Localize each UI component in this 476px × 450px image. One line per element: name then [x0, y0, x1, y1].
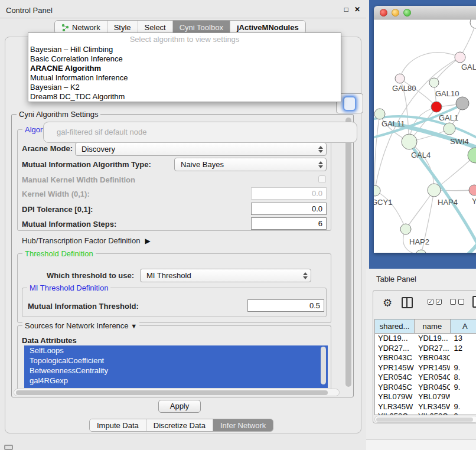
- network-node[interactable]: [428, 184, 441, 197]
- tab-label: Cyni Toolbox: [180, 23, 223, 32]
- table-row[interactable]: YER054CYER054C8.: [375, 373, 476, 383]
- network-edge[interactable]: [375, 191, 406, 229]
- tab-impute-data[interactable]: Impute Data: [90, 419, 146, 431]
- table-horizontal-scrollbar-thumb[interactable]: [376, 418, 473, 422]
- table-row[interactable]: YBL079WYBL079W: [375, 392, 476, 402]
- mi-steps-field[interactable]: 6: [251, 217, 327, 230]
- column-header-name[interactable]: name: [415, 319, 450, 333]
- network-node[interactable]: [395, 74, 405, 83]
- focused-stepper-button[interactable]: [343, 96, 356, 111]
- algorithm-option-aracne-algorithm[interactable]: ARACNE Algorithm: [28, 64, 341, 73]
- attributes-scrollbar[interactable]: [321, 347, 326, 384]
- mini-panel-icon[interactable]: [4, 445, 13, 450]
- tab-label: Style: [114, 23, 131, 32]
- table-toolbar: ⚙ ✓ ✓: [377, 295, 476, 313]
- gear-icon[interactable]: ⚙: [383, 296, 392, 309]
- table-row[interactable]: YIL052CYIL052C9.: [375, 412, 476, 415]
- threshold-definition-title: Threshold Definition: [22, 249, 96, 258]
- settings-vertical-scrollbar-thumb[interactable]: [345, 118, 351, 387]
- deselect-all-checkboxes-icon[interactable]: [450, 299, 464, 305]
- apply-button[interactable]: Apply: [158, 400, 201, 413]
- column-header-shared[interactable]: shared...: [375, 319, 415, 333]
- mi-threshold-definition-title: MI Threshold Definition: [27, 283, 110, 292]
- settings-horizontal-scrollbar-thumb[interactable]: [16, 390, 328, 395]
- network-edge-thick[interactable]: [429, 213, 476, 253]
- table-cell: YER054C: [415, 373, 451, 383]
- bottom-tabs: Impute DataDiscretize DataInfer Network: [89, 419, 273, 432]
- network-node[interactable]: [416, 250, 426, 253]
- settings-horizontal-scrollbar[interactable]: [14, 389, 340, 396]
- mi-threshold-label: Mutual Information Threshold:: [28, 302, 139, 311]
- collapse-triangle-icon[interactable]: ▼: [131, 322, 137, 330]
- tab-style[interactable]: Style: [107, 21, 138, 34]
- table-row[interactable]: YBR045CYBR045C9.: [375, 383, 476, 393]
- select-all-checkboxes-icon[interactable]: ✓ ✓: [428, 299, 442, 305]
- network-node[interactable]: [400, 224, 411, 234]
- table-cell: [450, 392, 476, 402]
- checked-box-icon: ✓: [436, 299, 442, 305]
- network-window-titlebar[interactable]: [374, 6, 476, 19]
- attribute-item-betweennesscentrality[interactable]: BetweennessCentrality: [24, 366, 328, 376]
- node-attribute-table[interactable]: shared...nameA YDL19...YDL19...13YDR27..…: [374, 319, 476, 415]
- node-label-hap4: HAP4: [438, 198, 458, 207]
- node-label-gal4: GAL4: [411, 151, 431, 159]
- close-window-icon[interactable]: [380, 9, 387, 17]
- table-row[interactable]: YBR043CYBR043C: [375, 353, 476, 363]
- algorithm-option-bayesian-hill-climbing[interactable]: Bayesian – Hill Climbing: [28, 45, 341, 54]
- mi-type-combo[interactable]: Naive Bayes: [174, 158, 327, 171]
- settings-vertical-scrollbar[interactable]: [344, 116, 353, 389]
- attribute-item-selfloops[interactable]: SelfLoops: [24, 345, 328, 356]
- tab-select[interactable]: Select: [138, 21, 173, 34]
- network-data-combo[interactable]: gal-filtered sif default node: [43, 122, 357, 143]
- tab-infer-network[interactable]: Infer Network: [213, 419, 273, 431]
- columns-icon[interactable]: [402, 297, 413, 308]
- network-canvas[interactable]: GALGAL80GAL10GAL1GAL11SWI4GAL4GCY1HAP4YH…: [374, 19, 476, 253]
- table-panel-title: Table Panel: [376, 275, 416, 283]
- table-row[interactable]: YLR345WYLR345W9.: [375, 402, 476, 412]
- network-node[interactable]: [431, 102, 442, 112]
- attribute-item-topologicalcoefficient[interactable]: TopologicalCoefficient: [24, 356, 328, 366]
- data-attributes-list[interactable]: SelfLoopsTopologicalCoefficientBetweenne…: [24, 345, 328, 388]
- node-label-gal80: GAL80: [392, 84, 416, 93]
- tab-discretize-data[interactable]: Discretize Data: [146, 419, 213, 431]
- kernel-width-field[interactable]: 0.0: [251, 187, 327, 200]
- dpi-tolerance-field[interactable]: 0.0: [251, 203, 327, 215]
- network-node[interactable]: [374, 109, 385, 119]
- network-node[interactable]: [469, 185, 476, 195]
- tab-cyni-toolbox[interactable]: Cyni Toolbox: [173, 21, 230, 34]
- which-threshold-combo[interactable]: MI Threshold: [140, 269, 311, 282]
- document-icon[interactable]: [472, 296, 476, 308]
- hub-definition-expander[interactable]: Hub/Transcription Factor Definition▶: [22, 236, 151, 245]
- algorithm-option-dream8-dc-tdc-algorithm[interactable]: Dream8 DC_TDC Algorithm: [28, 92, 341, 102]
- sources-title-text: Sources for Network Inference: [25, 321, 129, 330]
- table-row[interactable]: YPR145WYPR145W9.: [375, 363, 476, 373]
- manual-kernel-checkbox[interactable]: [318, 175, 326, 183]
- network-edge[interactable]: [400, 53, 460, 79]
- minimize-window-icon[interactable]: [392, 9, 399, 17]
- tab-jactivemnodules[interactable]: jActiveMNodules: [230, 21, 305, 34]
- network-node[interactable]: [402, 134, 417, 149]
- network-node[interactable]: [455, 52, 465, 63]
- network-node[interactable]: [444, 123, 455, 135]
- column-header-a[interactable]: A: [451, 319, 476, 333]
- table-horizontal-scrollbar[interactable]: [374, 416, 476, 423]
- aracne-mode-combo[interactable]: Discovery: [75, 142, 327, 156]
- table-cell: 9.: [450, 363, 476, 373]
- algorithm-option-bayesian-k2[interactable]: Bayesian – K2: [28, 83, 341, 92]
- network-node[interactable]: [374, 185, 380, 196]
- control-panel: Control Panel □ ✕ NetworkStyleSelectCyni…: [0, 0, 366, 450]
- network-node[interactable]: [429, 78, 439, 87]
- network-node[interactable]: [470, 19, 476, 28]
- network-node[interactable]: [456, 97, 469, 110]
- table-row[interactable]: YDL19...YDL19...13: [375, 334, 476, 344]
- algorithm-option-basic-correlation-inference[interactable]: Basic Correlation Inference: [28, 54, 341, 64]
- attribute-item-gal4rgexp[interactable]: gal4RGexp: [24, 376, 328, 386]
- network-edge[interactable]: [406, 190, 434, 229]
- float-panel-icon[interactable]: □: [344, 5, 348, 14]
- algorithm-option-mutual-information-inference[interactable]: Mutual Information Inference: [28, 73, 341, 83]
- zoom-window-icon[interactable]: [403, 9, 411, 17]
- close-panel-icon[interactable]: ✕: [354, 5, 360, 14]
- mi-threshold-field[interactable]: 0.5: [247, 299, 324, 312]
- table-row[interactable]: YDR27...YDR27...12: [375, 344, 476, 354]
- tab-network[interactable]: Network: [55, 21, 107, 34]
